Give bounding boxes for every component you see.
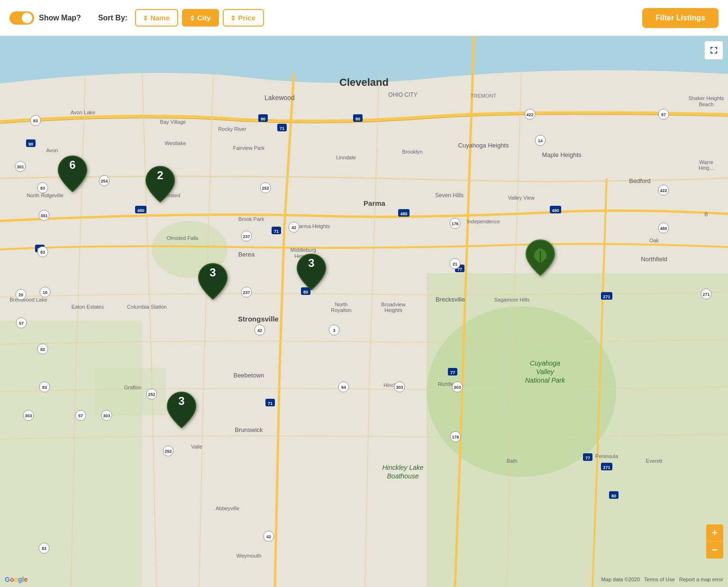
svg-text:301: 301 (40, 213, 47, 218)
svg-text:90: 90 (261, 117, 265, 121)
svg-text:North: North (335, 302, 348, 307)
svg-text:Bay Village: Bay Village (160, 119, 186, 125)
svg-text:57: 57 (78, 413, 83, 418)
svg-text:83: 83 (33, 119, 38, 123)
map-data-label: Map data ©2020 (601, 577, 640, 582)
svg-text:Bath: Bath (507, 458, 518, 464)
svg-text:Rocky River: Rocky River (218, 126, 246, 132)
show-map-label: Show Map? (39, 14, 81, 22)
fullscreen-button[interactable] (704, 41, 723, 60)
map-marker-2[interactable]: 2 (144, 164, 177, 204)
toolbar: Show Map? Sort By: Name City Price Filte (0, 0, 728, 36)
svg-rect-1 (0, 321, 142, 587)
svg-text:Abbeyville: Abbeyville (216, 505, 239, 511)
svg-text:Parma: Parma (364, 199, 386, 207)
svg-text:Independence: Independence (467, 219, 500, 224)
svg-text:176: 176 (451, 221, 458, 226)
sort-price-label: Price (238, 14, 255, 22)
svg-text:Brunswick: Brunswick (235, 426, 263, 433)
marker-pin-leaf (524, 238, 557, 278)
map-marker-6[interactable]: 6 (56, 154, 89, 194)
marker-count-3a: 3 (209, 266, 216, 279)
svg-text:480: 480 (400, 211, 407, 216)
svg-text:83: 83 (40, 186, 45, 191)
svg-text:Olmsted Falls: Olmsted Falls (166, 235, 199, 241)
sort-city-label: City (197, 14, 210, 22)
filter-listings-button[interactable]: Filter Listings (642, 8, 719, 28)
svg-text:TREMONT: TREMONT (471, 93, 497, 99)
svg-text:Strongsville: Strongsville (238, 315, 279, 323)
svg-text:71: 71 (274, 229, 279, 234)
svg-text:Lakewood: Lakewood (264, 94, 295, 101)
svg-text:Fairview Park: Fairview Park (233, 145, 265, 151)
svg-text:Cuyahoga Heights: Cuyahoga Heights (458, 142, 509, 149)
svg-text:Heig...: Heig... (699, 165, 714, 171)
sort-name-button[interactable]: Name (135, 9, 178, 27)
sort-city-icon (191, 15, 194, 21)
map-marker-3a[interactable]: 3 (196, 261, 229, 302)
svg-text:14: 14 (538, 138, 543, 143)
svg-text:252: 252 (262, 186, 269, 191)
svg-text:Eaton Estates: Eaton Estates (72, 304, 104, 310)
svg-text:237: 237 (243, 234, 250, 239)
svg-text:Brentwood Lake: Brentwood Lake (9, 297, 47, 303)
zoom-out-button[interactable]: − (706, 541, 723, 559)
map-container[interactable]: Cleveland Lakewood OHIO CITY TREMONT Avo… (0, 36, 728, 587)
svg-text:303: 303 (396, 385, 403, 390)
zoom-in-button[interactable]: + (706, 524, 723, 541)
svg-text:Avon Lake: Avon Lake (71, 110, 95, 115)
svg-text:Broadview: Broadview (381, 302, 405, 307)
svg-text:21: 21 (453, 262, 457, 266)
svg-text:303: 303 (454, 385, 461, 390)
svg-text:303: 303 (103, 413, 110, 418)
svg-text:237: 237 (243, 290, 250, 295)
svg-text:Maple Heights: Maple Heights (542, 151, 582, 158)
svg-text:20: 20 (18, 293, 23, 297)
svg-text:271: 271 (702, 292, 710, 297)
svg-text:3: 3 (333, 328, 335, 333)
sort-buttons: Name City Price (135, 9, 264, 27)
svg-text:480: 480 (660, 226, 667, 231)
svg-text:301: 301 (17, 165, 24, 169)
marker-count-2: 2 (157, 169, 163, 182)
svg-text:480: 480 (552, 208, 559, 213)
map-attribution: Map data ©2020 Terms of Use Report a map… (601, 577, 723, 582)
map-marker-leaf[interactable] (524, 238, 557, 278)
svg-text:83: 83 (42, 546, 46, 551)
svg-text:National Park: National Park (525, 376, 565, 384)
sort-by-label: Sort By: (98, 14, 127, 22)
map-marker-3b[interactable]: 3 (295, 252, 328, 292)
sort-city-button[interactable]: City (182, 9, 219, 27)
svg-text:80: 80 (611, 494, 616, 498)
svg-text:Shaker Heights: Shaker Heights (688, 95, 724, 101)
svg-text:Grafton: Grafton (124, 385, 142, 390)
svg-text:71: 71 (268, 401, 273, 406)
svg-text:Westlake: Westlake (164, 140, 186, 146)
svg-text:77: 77 (585, 456, 590, 460)
terms-of-use-link[interactable]: Terms of Use (644, 577, 675, 582)
svg-text:Columbia Station: Columbia Station (127, 304, 167, 310)
svg-text:Valle: Valle (191, 444, 202, 449)
svg-text:10: 10 (43, 290, 47, 295)
google-logo: G o o g l e (5, 576, 27, 583)
map-footer: G o o g l e Map data ©2020 Terms of Use … (0, 576, 728, 583)
svg-text:Boathouse: Boathouse (387, 472, 419, 480)
sort-price-button[interactable]: Price (223, 9, 264, 27)
svg-text:480: 480 (137, 208, 144, 213)
svg-text:Brecksville: Brecksville (436, 296, 465, 303)
svg-text:42: 42 (266, 534, 271, 539)
map-marker-3c[interactable]: 3 (165, 390, 198, 430)
svg-text:271: 271 (603, 294, 610, 299)
svg-text:Heights: Heights (384, 307, 402, 313)
svg-text:Brook Park: Brook Park (238, 216, 264, 222)
sort-name-label: Name (150, 14, 170, 22)
svg-text:Oak: Oak (649, 238, 659, 243)
svg-text:83: 83 (42, 385, 47, 390)
svg-text:Beach: Beach (699, 101, 713, 107)
svg-text:254: 254 (100, 179, 108, 183)
svg-text:94: 94 (341, 385, 346, 390)
svg-text:Linndale: Linndale (336, 155, 356, 160)
svg-text:71: 71 (280, 126, 284, 131)
show-map-toggle[interactable] (9, 11, 34, 25)
report-map-error-link[interactable]: Report a map error (679, 577, 723, 582)
